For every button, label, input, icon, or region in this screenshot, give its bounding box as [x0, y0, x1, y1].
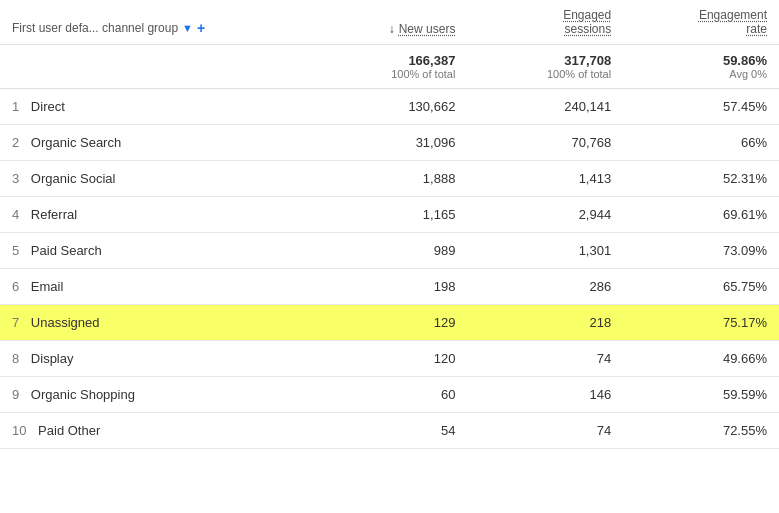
- table-row[interactable]: 5 Paid Search 989 1,301 73.09%: [0, 233, 779, 269]
- new-users-header[interactable]: ↓New users: [312, 0, 468, 45]
- engaged-sessions-value: 240,141: [467, 89, 623, 125]
- totals-new-users: 166,387 100% of total: [312, 45, 468, 89]
- channel-name[interactable]: Organic Shopping: [31, 387, 135, 402]
- channel-cell: 4 Referral: [0, 197, 312, 233]
- channel-name[interactable]: Paid Other: [38, 423, 100, 438]
- new-users-value: 1,888: [312, 161, 468, 197]
- channel-cell: 7 Unassigned: [0, 305, 312, 341]
- channel-header-label: First user defa... channel group: [12, 21, 178, 35]
- analytics-table: First user defa... channel group ▼ + ↓Ne…: [0, 0, 779, 449]
- add-column-button[interactable]: +: [197, 20, 205, 36]
- engaged-sessions-label2: sessions: [565, 22, 612, 36]
- engaged-sessions-value: 70,768: [467, 125, 623, 161]
- channel-cell: 8 Display: [0, 341, 312, 377]
- channel-name[interactable]: Organic Search: [31, 135, 121, 150]
- table-row[interactable]: 2 Organic Search 31,096 70,768 66%: [0, 125, 779, 161]
- engagement-rate-value: 52.31%: [623, 161, 779, 197]
- channel-name[interactable]: Unassigned: [31, 315, 100, 330]
- channel-cell: 6 Email: [0, 269, 312, 305]
- table-row[interactable]: 8 Display 120 74 49.66%: [0, 341, 779, 377]
- table-row[interactable]: 4 Referral 1,165 2,944 69.61%: [0, 197, 779, 233]
- engaged-sessions-value: 218: [467, 305, 623, 341]
- new-users-value: 31,096: [312, 125, 468, 161]
- table-row[interactable]: 10 Paid Other 54 74 72.55%: [0, 413, 779, 449]
- channel-dropdown-icon[interactable]: ▼: [182, 22, 193, 34]
- table-row[interactable]: 6 Email 198 286 65.75%: [0, 269, 779, 305]
- channel-name[interactable]: Organic Social: [31, 171, 116, 186]
- engagement-rate-value: 69.61%: [623, 197, 779, 233]
- table-row[interactable]: 1 Direct 130,662 240,141 57.45%: [0, 89, 779, 125]
- engaged-sessions-value: 74: [467, 413, 623, 449]
- engagement-rate-value: 49.66%: [623, 341, 779, 377]
- engaged-sessions-value: 1,301: [467, 233, 623, 269]
- channel-name[interactable]: Referral: [31, 207, 77, 222]
- table-row[interactable]: 7 Unassigned 129 218 75.17%: [0, 305, 779, 341]
- row-number: 7: [12, 315, 19, 330]
- channel-cell: 10 Paid Other: [0, 413, 312, 449]
- channel-name[interactable]: Paid Search: [31, 243, 102, 258]
- row-number: 6: [12, 279, 19, 294]
- row-number: 8: [12, 351, 19, 366]
- new-users-value: 130,662: [312, 89, 468, 125]
- row-number: 5: [12, 243, 19, 258]
- new-users-value: 989: [312, 233, 468, 269]
- engaged-sessions-label: Engaged: [563, 8, 611, 22]
- table-row[interactable]: 3 Organic Social 1,888 1,413 52.31%: [0, 161, 779, 197]
- channel-cell: 5 Paid Search: [0, 233, 312, 269]
- engaged-sessions-value: 146: [467, 377, 623, 413]
- channel-name[interactable]: Direct: [31, 99, 65, 114]
- engagement-rate-value: 75.17%: [623, 305, 779, 341]
- new-users-value: 60: [312, 377, 468, 413]
- engaged-sessions-header[interactable]: Engaged sessions: [467, 0, 623, 45]
- engagement-rate-label: Engagement: [699, 8, 767, 22]
- row-number: 9: [12, 387, 19, 402]
- engagement-rate-value: 73.09%: [623, 233, 779, 269]
- channel-cell: 9 Organic Shopping: [0, 377, 312, 413]
- new-users-value: 120: [312, 341, 468, 377]
- engaged-sessions-value: 1,413: [467, 161, 623, 197]
- totals-channel: [0, 45, 312, 89]
- new-users-value: 54: [312, 413, 468, 449]
- new-users-value: 1,165: [312, 197, 468, 233]
- channel-name[interactable]: Display: [31, 351, 74, 366]
- row-number: 3: [12, 171, 19, 186]
- channel-name[interactable]: Email: [31, 279, 64, 294]
- channel-group-header[interactable]: First user defa... channel group ▼ +: [0, 0, 312, 45]
- engaged-sessions-value: 2,944: [467, 197, 623, 233]
- row-number: 2: [12, 135, 19, 150]
- engagement-rate-value: 59.59%: [623, 377, 779, 413]
- engagement-rate-value: 57.45%: [623, 89, 779, 125]
- totals-engaged-sessions: 317,708 100% of total: [467, 45, 623, 89]
- new-users-value: 198: [312, 269, 468, 305]
- engaged-sessions-value: 286: [467, 269, 623, 305]
- new-users-label: New users: [399, 22, 456, 36]
- engagement-rate-value: 72.55%: [623, 413, 779, 449]
- table-row[interactable]: 9 Organic Shopping 60 146 59.59%: [0, 377, 779, 413]
- engagement-rate-label2: rate: [746, 22, 767, 36]
- row-number: 1: [12, 99, 19, 114]
- row-number: 4: [12, 207, 19, 222]
- totals-row: 166,387 100% of total 317,708 100% of to…: [0, 45, 779, 89]
- channel-cell: 1 Direct: [0, 89, 312, 125]
- engagement-rate-value: 65.75%: [623, 269, 779, 305]
- engaged-sessions-value: 74: [467, 341, 623, 377]
- sort-icon: ↓: [389, 22, 395, 36]
- engagement-rate-header[interactable]: Engagement rate: [623, 0, 779, 45]
- channel-cell: 3 Organic Social: [0, 161, 312, 197]
- engagement-rate-value: 66%: [623, 125, 779, 161]
- channel-cell: 2 Organic Search: [0, 125, 312, 161]
- totals-engagement-rate: 59.86% Avg 0%: [623, 45, 779, 89]
- new-users-value: 129: [312, 305, 468, 341]
- row-number: 10: [12, 423, 26, 438]
